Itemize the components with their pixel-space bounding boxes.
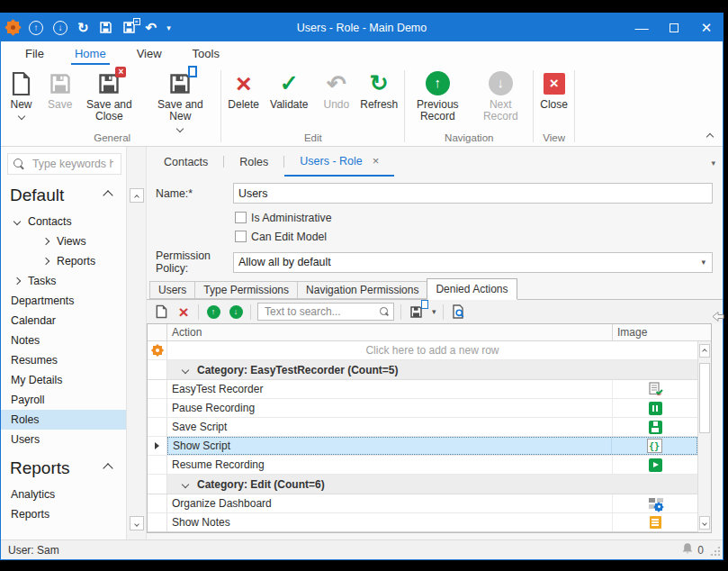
- new-row-text[interactable]: Click here to add a new row: [167, 341, 697, 359]
- can-edit-model-checkbox-row[interactable]: Can Edit Model: [235, 227, 713, 246]
- column-header-action[interactable]: Action: [167, 324, 613, 340]
- sidebar-item-notes[interactable]: Notes: [1, 331, 126, 350]
- close-view-button[interactable]: × Close: [535, 68, 573, 111]
- new-row-button[interactable]: [153, 303, 169, 321]
- refresh-icon[interactable]: ↻: [77, 21, 89, 34]
- validate-button[interactable]: ✓ Validate: [265, 68, 313, 111]
- ribbon-tab-tools[interactable]: Tools: [177, 43, 235, 64]
- sidebar-item-my-details[interactable]: My Details: [1, 370, 126, 390]
- grid-search-box[interactable]: [257, 303, 394, 321]
- save-and-close-button[interactable]: × Save and Close: [77, 68, 140, 123]
- maximize-button[interactable]: [658, 14, 690, 41]
- tab-contacts[interactable]: Contacts: [148, 147, 223, 177]
- subtab-users[interactable]: Users: [149, 281, 195, 299]
- tab-close-icon[interactable]: ×: [373, 155, 380, 167]
- sidebar-item-departments[interactable]: Departments: [1, 291, 126, 311]
- save-variant-button[interactable]: [408, 303, 424, 321]
- table-row[interactable]: Save Script: [148, 418, 697, 437]
- new-page-badge-icon: [188, 66, 197, 77]
- minimize-button[interactable]: —: [625, 14, 658, 41]
- grid-scrollbar[interactable]: [697, 341, 711, 532]
- new-row[interactable]: Click here to add a new row: [148, 341, 697, 360]
- delete-row-button[interactable]: ×: [175, 303, 192, 321]
- table-row-selected[interactable]: Show Script {}: [148, 437, 697, 456]
- group-row-edit[interactable]: Category: Edit (Count=6): [148, 475, 697, 494]
- sidebar-scrollbar[interactable]: [127, 147, 147, 539]
- column-header-image[interactable]: Image: [613, 324, 697, 340]
- table-row[interactable]: Pause Recording: [148, 399, 697, 418]
- undo-icon[interactable]: ↶: [146, 21, 157, 34]
- scroll-down-button[interactable]: [699, 516, 710, 530]
- sidebar-item-reports-2[interactable]: Reports: [1, 504, 126, 524]
- sidebar-item-payroll[interactable]: Payroll: [1, 390, 126, 410]
- tab-roles[interactable]: Roles: [224, 147, 283, 177]
- refresh-arrows-icon: ↻: [370, 69, 389, 97]
- sidebar-search-input[interactable]: [31, 157, 115, 171]
- sidebar-item-roles[interactable]: Roles: [1, 410, 126, 430]
- ribbon-group-label: General: [4, 132, 220, 146]
- tab-users-role[interactable]: Users - Role ×: [284, 147, 394, 177]
- sidebar-item-reports[interactable]: Reports: [1, 251, 126, 271]
- notification-bell-icon[interactable]: [681, 542, 694, 557]
- is-administrative-checkbox-row[interactable]: Is Administrative: [235, 208, 713, 227]
- save-button[interactable]: Save: [42, 68, 77, 111]
- move-down-button[interactable]: ↓: [228, 303, 244, 321]
- previous-record-button[interactable]: ↑ Previous Record: [406, 68, 469, 123]
- scroll-down-button[interactable]: [130, 516, 144, 530]
- delete-button[interactable]: × Delete: [222, 68, 265, 111]
- subtab-navigation-permissions[interactable]: Navigation Permissions: [297, 281, 427, 299]
- chevron-down-icon[interactable]: ▾: [432, 307, 436, 316]
- next-record-button[interactable]: ↓ Next Record: [469, 68, 532, 123]
- sidebar-item-analytics[interactable]: Analytics: [1, 485, 126, 504]
- group-row-easytestrecorder[interactable]: Category: EasyTestRecorder (Count=5): [148, 360, 697, 380]
- subtab-type-permissions[interactable]: Type Permissions: [194, 281, 298, 299]
- new-button[interactable]: New: [4, 68, 38, 119]
- table-row[interactable]: Resume Recording: [148, 456, 697, 475]
- scroll-up-button[interactable]: [699, 344, 710, 358]
- move-up-button[interactable]: ↑: [205, 303, 221, 321]
- ribbon-tab-file[interactable]: File: [10, 43, 59, 64]
- ribbon-tab-home[interactable]: Home: [59, 43, 121, 64]
- previous-record-icon[interactable]: ↑: [29, 21, 43, 35]
- close-button[interactable]: ✕: [690, 14, 723, 41]
- table-row[interactable]: Show Notes: [148, 513, 697, 532]
- divider: [250, 304, 251, 320]
- print-preview-button[interactable]: [450, 303, 466, 321]
- table-row[interactable]: EasyTest Recorder: [148, 380, 697, 399]
- subtab-denied-actions[interactable]: Denied Actions: [427, 278, 517, 300]
- is-administrative-checkbox[interactable]: [235, 212, 247, 223]
- customize-dropdown-icon[interactable]: ▾: [166, 23, 171, 32]
- can-edit-model-checkbox[interactable]: [235, 231, 247, 242]
- row-focus-arrow-icon: [155, 442, 159, 449]
- save-and-new-button[interactable]: Save and New: [140, 68, 220, 131]
- ribbon-group-label: View: [535, 132, 573, 146]
- tab-list-dropdown-icon[interactable]: ▾: [711, 159, 715, 168]
- scroll-up-button[interactable]: [130, 188, 144, 203]
- save-icon[interactable]: [99, 21, 112, 34]
- scrollbar-thumb[interactable]: [699, 363, 710, 433]
- grid-search-input[interactable]: [263, 304, 376, 319]
- table-row[interactable]: Organize Dashboard: [148, 494, 697, 513]
- search-icon: [380, 307, 389, 316]
- collapse-ribbon-icon[interactable]: [706, 133, 714, 140]
- name-field[interactable]: [233, 183, 713, 204]
- sidebar-item-tasks[interactable]: Tasks: [1, 271, 126, 291]
- ribbon-tab-view[interactable]: View: [121, 43, 177, 64]
- sidebar-item-resumes[interactable]: Resumes: [1, 350, 126, 370]
- refresh-button[interactable]: ↻ Refresh: [355, 68, 403, 111]
- section-header-default[interactable]: Default: [1, 177, 126, 212]
- permission-policy-dropdown[interactable]: Allow all by default ▾: [233, 252, 713, 273]
- section-header-reports[interactable]: Reports: [1, 449, 126, 485]
- sidebar-item-contacts[interactable]: Contacts: [1, 212, 126, 231]
- next-record-icon[interactable]: ↓: [53, 21, 67, 35]
- sidebar-search[interactable]: [7, 153, 121, 175]
- sidebar-item-users[interactable]: Users: [1, 430, 126, 449]
- sidebar-item-calendar[interactable]: Calendar: [1, 311, 126, 331]
- save-close-icon[interactable]: ×: [122, 21, 136, 34]
- divider: [443, 304, 444, 320]
- delete-x-icon: ×: [236, 69, 252, 97]
- undo-button[interactable]: ↶ Undo: [319, 68, 355, 111]
- sidebar-item-views[interactable]: Views: [1, 231, 126, 251]
- resize-grip[interactable]: [713, 548, 722, 557]
- collapse-panel-arrow-icon[interactable]: [712, 310, 724, 326]
